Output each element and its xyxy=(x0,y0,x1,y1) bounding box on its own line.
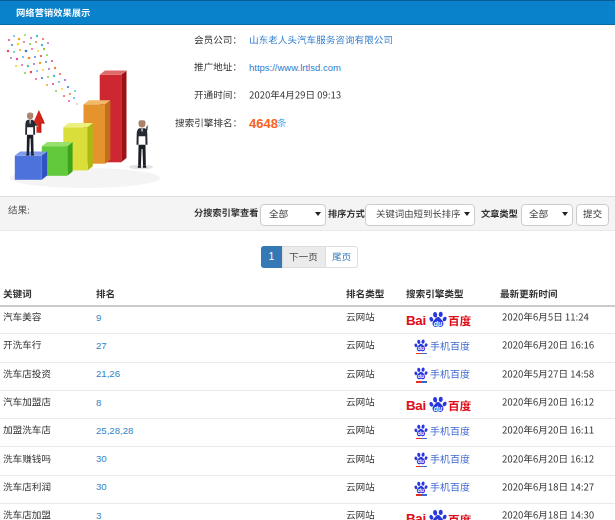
svg-text:du: du xyxy=(417,345,424,351)
svg-text:du: du xyxy=(417,373,424,379)
svg-text:du: du xyxy=(434,320,443,327)
svg-text:du: du xyxy=(417,487,424,493)
svg-text:du: du xyxy=(417,430,424,436)
svg-text:du: du xyxy=(434,405,443,412)
svg-text:du: du xyxy=(417,458,424,464)
